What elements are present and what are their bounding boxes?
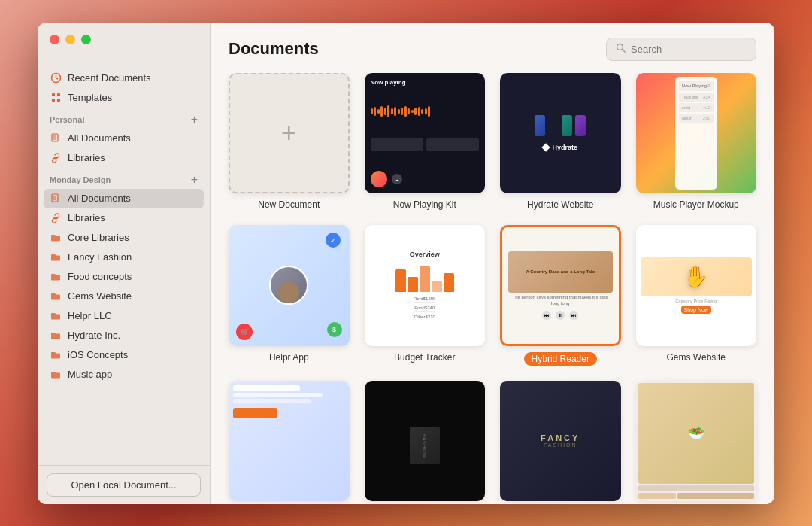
folder-icon-ios [50,349,62,361]
svg-line-2 [56,78,58,80]
sidebar-item-recent[interactable]: Recent Documents [44,68,204,88]
sidebar-item-label: Core Libraries [68,232,198,243]
doc-icon [50,132,62,144]
sidebar-section: Recent Documents Templates Personal + Al… [38,68,210,465]
sidebar-item-label: Helpr LLC [68,310,198,321]
sidebar-item-templates[interactable]: Templates [44,88,204,108]
svg-rect-6 [57,99,60,102]
thumbnail-helpr: ✓ $ 🛒 [229,225,350,346]
sidebar-item-music-app[interactable]: Music app [44,365,204,385]
sidebar-item-label: Recent Documents [68,72,198,84]
grid-item-partial-3[interactable]: FANCY FASHION [500,381,621,504]
sidebar-top [38,23,210,68]
thumbnail-now-playing: Now playing [365,73,486,194]
svg-rect-4 [57,93,60,96]
grid-item-label: Music Player Mockup [653,199,739,210]
thumbnail-partial-2: — — — FASHION [365,381,486,502]
sidebar-item-libraries-personal[interactable]: Libraries [44,148,204,168]
search-icon [616,43,626,56]
grid-item-label: Hydrate Website [527,199,593,210]
sidebar-item-label: Hydrate Inc. [68,330,198,341]
doc-icon-2 [50,193,62,205]
clock-icon [50,72,62,84]
folder-icon-gems [50,290,62,303]
grid-item-now-playing[interactable]: Now playing [365,73,486,211]
thumbnail-budget: Overview Rent$1200 Food$340 Other$210 [365,225,486,346]
thumbnail-partial-1 [229,381,350,502]
folder-icon-helpr [50,310,62,322]
folder-icon-core [50,232,62,244]
grid-item-label: Gems Website [667,352,726,363]
hydrate-bottles [535,115,586,139]
open-local-button[interactable]: Open Local Document... [47,473,201,497]
grid-item-budget[interactable]: Overview Rent$1200 Food$340 Other$210 Bu… [365,225,486,366]
grid-item-hybrid-reader[interactable]: A Country Race and a Long Tale The perso… [500,225,621,366]
sidebar-item-all-docs[interactable]: All Documents [44,189,204,208]
thumbnail-hydrate: Hydrate [500,73,621,194]
sidebar-item-gems-website[interactable]: Gems Website [44,287,204,306]
grid-item-label: New Document [258,199,320,210]
personal-section-title: Personal [50,115,84,124]
grid-item-new-doc[interactable]: + New Document [229,73,350,211]
sidebar-item-label: All Documents [68,193,198,204]
grid-item-label-selected: Hybrid Reader [524,352,597,366]
sidebar-item-label: Gems Website [68,290,198,302]
thumbnail-new-doc: + [229,73,350,194]
sidebar-item-hydrate-inc[interactable]: Hydrate Inc. [44,326,204,345]
add-monday-button[interactable]: + [191,174,198,186]
sidebar-item-label: All Documents [68,132,198,144]
sidebar-item-helpr-llc[interactable]: Helpr LLC [44,306,204,326]
svg-rect-3 [52,93,55,96]
sidebar-item-ios-concepts[interactable]: iOS Concepts [44,345,204,365]
sidebar-item-label: Libraries [68,152,198,163]
sidebar-item-core-libraries[interactable]: Core Libraries [44,228,204,248]
grid-icon [50,92,62,104]
traffic-lights [50,35,198,44]
thumbnail-music-player: Now Playing♫ Track title3:24 Artist4:12 … [636,73,757,194]
sidebar-item-all-docs-personal[interactable]: All Documents [44,129,204,148]
sidebar-item-fancy-fashion[interactable]: Fancy Fashion [44,248,204,267]
sidebar-item-label: Templates [68,92,198,103]
hydrate-logo: Hydrate [543,144,577,151]
folder-icon-hydrate [50,330,62,342]
documents-grid: + New Document Now playing [229,73,756,504]
search-bar[interactable] [606,38,756,61]
main-header: Documents [211,23,774,73]
grid-item-partial-4[interactable]: 🥗 [636,381,757,504]
thumbnail-partial-3: FANCY FASHION [500,381,621,502]
thumbnail-partial-4: 🥗 [636,381,757,502]
minimize-button[interactable] [65,35,75,44]
sidebar-item-label: Music app [68,369,198,380]
sidebar-item-food-concepts[interactable]: Food concepts [44,267,204,287]
main-content: Documents + New Document [211,23,774,504]
grid-item-label: Now Playing Kit [393,199,456,210]
folder-icon-music [50,369,62,381]
link-icon [50,152,62,164]
thumbnail-gems-website: ✋ CategoryPriceRating Shop Now [636,225,757,346]
search-input[interactable] [631,44,747,55]
sidebar-item-label: Fancy Fashion [68,251,198,263]
sidebar-item-label: iOS Concepts [68,349,198,360]
grid-item-partial-1[interactable] [229,381,350,504]
svg-line-16 [623,49,626,52]
close-button[interactable] [50,35,59,44]
sidebar-item-label: Food concepts [68,271,198,282]
grid-item-label: Helpr App [269,352,309,363]
sidebar-bottom: Open Local Document... [38,465,210,504]
sidebar-item-label: Libraries [68,212,198,223]
add-personal-button[interactable]: + [191,114,198,126]
grid-item-gems-website[interactable]: ✋ CategoryPriceRating Shop Now Gems Webs… [636,225,757,366]
grid-item-helpr[interactable]: ✓ $ 🛒 Helpr App [229,225,350,366]
grid-item-label: Budget Tracker [394,352,455,363]
link-icon-2 [50,212,62,224]
app-window: Recent Documents Templates Personal + Al… [38,23,774,504]
monday-design-section-header: Monday Design + [44,168,204,189]
folder-icon-fancy [50,251,62,263]
new-doc-plus-icon: + [281,120,297,147]
grid-item-partial-2[interactable]: — — — FASHION [365,381,486,504]
maximize-button[interactable] [81,35,91,44]
grid-item-hydrate[interactable]: Hydrate Hydrate Website [500,73,621,211]
grid-item-music-player[interactable]: Now Playing♫ Track title3:24 Artist4:12 … [636,73,757,211]
sidebar-item-libraries[interactable]: Libraries [44,208,204,228]
documents-grid-container: + New Document Now playing [211,73,774,504]
